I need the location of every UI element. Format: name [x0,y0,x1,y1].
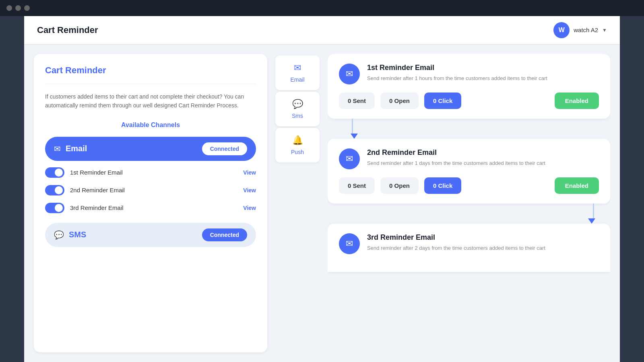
tab-sms[interactable]: 💬 Sms [275,92,320,126]
enabled-button-1[interactable]: Enabled [555,93,599,109]
sms-channel-icon: 💬 [54,230,64,240]
reminder-label-1: 1st Reminder Email [70,169,123,176]
reminder-view-link-2[interactable]: View [243,187,256,193]
reminder-card-title-3: 3rd Reminder Email [367,233,545,242]
tab-push[interactable]: 🔔 Push [275,128,320,162]
reminder-card-desc-1: Send reminder after 1 hours from the tim… [367,74,547,82]
titlebar [0,0,644,16]
reminder-card-header-2: ✉ 2nd Reminder Email Send reminder after… [339,148,599,169]
sent-label-1: Sent [353,97,366,104]
open-label-2: Open [394,182,410,189]
connector-1 [328,119,610,139]
header-right: W watch A2 ▼ [553,22,607,38]
stat-open-2: 0 Open [380,177,419,194]
connector-line-1 [352,119,353,134]
email-connected-badge: Connected [202,142,247,155]
header-title: Cart Reminder [37,25,98,35]
email-channel-icon: ✉ [54,144,61,154]
titlebar-dot-2 [15,5,21,11]
reminder-label-3: 3rd Reminder Email [70,204,124,211]
reminder-avatar-icon-1: ✉ [346,69,353,79]
chevron-down-icon[interactable]: ▼ [602,27,607,33]
sms-connected-badge: Connected [202,228,247,241]
open-value-1: 0 [389,97,392,104]
reminder-card-header-3: ✉ 3rd Reminder Email Send reminder after… [339,233,599,254]
sms-channel-left: 💬 SMS [54,230,86,240]
user-name: watch A2 [574,27,598,33]
reminder-card-2: ✉ 2nd Reminder Email Send reminder after… [328,139,610,204]
available-channels-label: Available Channels [45,121,256,129]
reminder-card-title-2: 2nd Reminder Email [367,148,545,157]
reminder-item-2: 2nd Reminder Email View [45,185,256,195]
sidebar-description: If customers added items to their cart a… [45,92,256,110]
reminder-info-1: 1st Reminder Email Send reminder after 1… [367,64,547,82]
stats-row-1: 0 Sent 0 Open 0 Click Enabled [339,93,599,109]
reminder-card-desc-3: Send reminder after 2 days from the time… [367,244,545,252]
reminder-card-title-1: 1st Reminder Email [367,64,547,72]
reminder-avatar-2: ✉ [339,148,360,169]
reminder-view-link-1[interactable]: View [243,169,256,176]
header: Cart Reminder W watch A2 ▼ [24,16,620,44]
reminder-view-link-3[interactable]: View [243,205,256,211]
connector-line-2 [593,204,594,218]
titlebar-dot-3 [24,5,30,11]
avatar[interactable]: W [553,22,570,38]
sent-label-2: Sent [353,182,366,189]
click-button-2[interactable]: 0 Click [424,177,461,194]
enabled-button-2[interactable]: Enabled [555,177,599,194]
sent-value-1: 0 [348,97,351,104]
channel-tabs: ✉ Email 💬 Sms 🔔 Push [275,54,320,352]
email-tab-label: Email [290,76,304,83]
reminder-card-header-1: ✉ 1st Reminder Email Send reminder after… [339,64,599,84]
click-button-1[interactable]: 0 Click [424,93,461,109]
connector-arrow-2 [588,218,595,224]
sidebar-divider [45,84,256,84]
connector-2 [328,204,610,224]
reminder-avatar-icon-3: ✉ [346,239,353,249]
sms-tab-label: Sms [292,113,303,119]
sms-tab-icon: 💬 [292,99,303,109]
reminder-item-3: 3rd Reminder Email View [45,203,256,213]
reminder-info-3: 3rd Reminder Email Send reminder after 2… [367,233,545,252]
email-channel-card[interactable]: ✉ Email Connected [45,137,256,161]
email-reminder-list: 1st Reminder Email View 2nd Reminder Ema… [45,167,256,213]
reminder-label-2: 2nd Reminder Email [70,187,125,193]
open-label-1: Open [394,97,410,104]
reminder-info-2: 2nd Reminder Email Send reminder after 1… [367,148,545,167]
sms-channel-name: SMS [69,230,86,239]
reminder-toggle-3[interactable] [45,203,64,213]
reminder-avatar-icon-2: ✉ [346,154,353,164]
right-panel: ✉ 1st Reminder Email Send reminder after… [328,54,610,352]
reminder-item-1: 1st Reminder Email View [45,167,256,178]
tab-email[interactable]: ✉ Email [275,56,320,90]
stat-open-1: 0 Open [380,93,419,109]
app-container: Cart Reminder W watch A2 ▼ Cart Reminder… [24,16,620,362]
left-panel: Cart Reminder If customers added items t… [34,54,267,352]
titlebar-dot-1 [6,5,12,11]
reminder-left-1: 1st Reminder Email [45,167,123,178]
reminder-card-desc-2: Send reminder after 1 days from the time… [367,159,545,167]
stat-sent-2: 0 Sent [339,177,375,194]
reminder-toggle-2[interactable] [45,185,64,195]
email-tab-icon: ✉ [294,63,301,73]
reminder-left-3: 3rd Reminder Email [45,203,124,213]
email-channel-left: ✉ Email [54,144,87,154]
open-value-2: 0 [389,182,392,189]
sms-channel-card[interactable]: 💬 SMS Connected [45,223,256,247]
reminder-avatar-1: ✉ [339,64,360,84]
main-content: Cart Reminder If customers added items t… [24,44,620,362]
reminder-avatar-3: ✉ [339,233,360,254]
reminder-card-3-partial: ✉ 3rd Reminder Email Send reminder after… [328,224,610,272]
reminder-left-2: 2nd Reminder Email [45,185,125,195]
push-tab-icon: 🔔 [292,135,303,146]
push-tab-label: Push [291,149,304,155]
reminder-toggle-1[interactable] [45,167,64,178]
sidebar-title: Cart Reminder [45,65,256,76]
stat-sent-1: 0 Sent [339,93,375,109]
reminder-card-1: ✉ 1st Reminder Email Send reminder after… [328,54,610,119]
connector-arrow-1 [351,134,358,139]
stats-row-2: 0 Sent 0 Open 0 Click Enabled [339,177,599,194]
sent-value-2: 0 [348,182,351,189]
email-channel-name: Email [66,144,87,153]
